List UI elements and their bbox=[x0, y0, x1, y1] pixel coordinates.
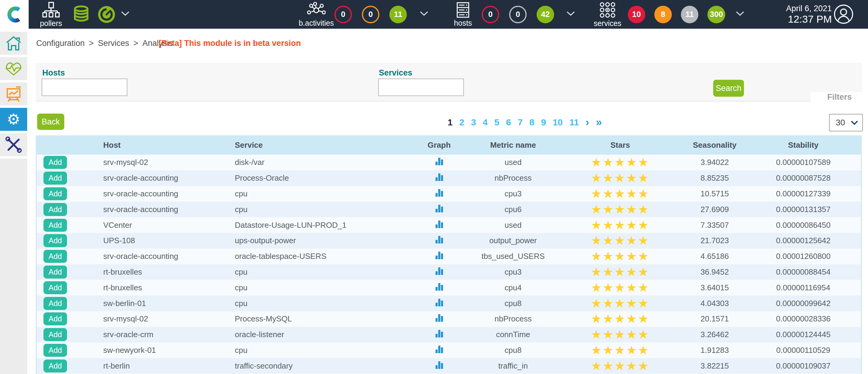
breadcrumb-item-services[interactable]: Services bbox=[98, 39, 129, 48]
centreon-logo[interactable] bbox=[0, 0, 29, 29]
metric-cell: cpu3 bbox=[469, 267, 557, 277]
hosts-group[interactable]: hosts bbox=[446, 0, 480, 29]
user-avatar-icon[interactable] bbox=[834, 4, 854, 24]
star-rating: ★★★★★ bbox=[591, 219, 650, 232]
services-filter-input[interactable] bbox=[378, 79, 464, 96]
next-page-arrow[interactable]: › bbox=[586, 118, 589, 127]
add-button[interactable]: Add bbox=[43, 219, 67, 232]
service-cell: disk-/var bbox=[230, 158, 409, 167]
graph-icon[interactable] bbox=[435, 251, 444, 262]
sidebar-item-configuration[interactable]: ⚙ bbox=[0, 108, 27, 131]
status-badge-green[interactable]: 11 bbox=[389, 6, 407, 23]
graph-icon[interactable] bbox=[435, 298, 444, 309]
seasonality-cell: 4.65186 bbox=[684, 252, 746, 261]
gear-icon: ⚙ bbox=[7, 112, 21, 127]
page-link-6[interactable]: 6 bbox=[506, 117, 511, 127]
table-row: Addsrv-oracle-accountingoracle-tablespac… bbox=[37, 249, 861, 264]
pollers-chevron-down-icon[interactable] bbox=[121, 11, 130, 16]
sidebar-item-home[interactable] bbox=[0, 32, 27, 55]
hosts-filter-input[interactable] bbox=[42, 79, 127, 96]
add-button[interactable]: Add bbox=[43, 312, 67, 325]
page-link-2[interactable]: 2 bbox=[459, 117, 464, 127]
service-cell: Datastore-Usage-LUN-PROD_1 bbox=[230, 221, 409, 230]
services-group[interactable]: services bbox=[589, 0, 626, 29]
page-link-8[interactable]: 8 bbox=[529, 117, 534, 127]
add-button[interactable]: Add bbox=[43, 250, 67, 263]
services-chevron-down-icon[interactable] bbox=[736, 11, 745, 16]
bactivities-chevron-down-icon[interactable] bbox=[420, 11, 429, 16]
status-badge-green[interactable]: 300 bbox=[707, 6, 725, 23]
sidebar-item-administration[interactable] bbox=[0, 133, 27, 156]
sidebar-item-monitoring[interactable] bbox=[0, 57, 27, 80]
latency-gauge-icon[interactable] bbox=[97, 5, 116, 25]
star-rating: ★★★★★ bbox=[591, 187, 650, 200]
page-link-1[interactable]: 1 bbox=[447, 117, 453, 127]
add-button[interactable]: Add bbox=[43, 234, 67, 247]
table-row: Addrt-bruxellescpucpu3★★★★★36.94520.0000… bbox=[37, 264, 861, 280]
page-link-7[interactable]: 7 bbox=[518, 117, 523, 127]
status-badge-red[interactable]: 10 bbox=[628, 6, 645, 23]
page-size-value: 30 bbox=[836, 118, 845, 127]
page-link-3[interactable]: 3 bbox=[471, 117, 476, 127]
graph-icon[interactable] bbox=[435, 204, 444, 215]
graph-icon[interactable] bbox=[435, 173, 444, 184]
back-button[interactable]: Back bbox=[37, 114, 64, 130]
table-row: Addsrv-mysql-02Process-MySQLnbProcess★★★… bbox=[37, 311, 861, 327]
page-link-10[interactable]: 10 bbox=[553, 117, 563, 127]
graph-icon[interactable] bbox=[435, 313, 444, 324]
graph-icon[interactable] bbox=[435, 345, 444, 356]
page-link-9[interactable]: 9 bbox=[541, 117, 546, 127]
graph-icon[interactable] bbox=[435, 188, 444, 199]
add-button[interactable]: Add bbox=[43, 344, 67, 357]
stability-cell: 0.00000109037 bbox=[746, 361, 861, 371]
hosts-chevron-down-icon[interactable] bbox=[566, 11, 575, 16]
service-cell: cpu bbox=[230, 267, 409, 277]
status-badge-orange[interactable]: 8 bbox=[654, 6, 672, 23]
pollers-group[interactable]: pollers bbox=[33, 0, 69, 29]
add-button[interactable]: Add bbox=[43, 328, 67, 341]
page-link-5[interactable]: 5 bbox=[494, 117, 499, 127]
breadcrumb-item-configuration[interactable]: Configuration bbox=[36, 39, 85, 48]
add-button[interactable]: Add bbox=[43, 359, 67, 373]
status-badge-gray[interactable]: 0 bbox=[509, 6, 527, 23]
stability-cell: 0.00000124445 bbox=[746, 330, 861, 339]
status-badge-red[interactable]: 0 bbox=[334, 6, 352, 23]
add-button[interactable]: Add bbox=[43, 265, 67, 279]
sidebar-item-reporting[interactable] bbox=[0, 83, 27, 106]
service-cell: cpu bbox=[230, 346, 409, 355]
status-badge-orange[interactable]: 0 bbox=[362, 6, 379, 23]
database-icon[interactable] bbox=[72, 5, 91, 25]
graph-icon[interactable] bbox=[435, 329, 444, 340]
bactivities-badges: 0011 bbox=[334, 0, 407, 29]
table-row: Addsrv-oracle-accountingProcess-Oraclenb… bbox=[37, 170, 861, 186]
add-button[interactable]: Add bbox=[43, 156, 67, 169]
star-rating: ★★★★★ bbox=[591, 203, 650, 216]
bactivities-group[interactable]: b.activities bbox=[295, 0, 337, 29]
page-link-4[interactable]: 4 bbox=[483, 117, 488, 127]
page-size-select[interactable]: 30 bbox=[829, 114, 863, 132]
add-button[interactable]: Add bbox=[43, 281, 67, 294]
add-button[interactable]: Add bbox=[43, 172, 67, 184]
status-badge-green[interactable]: 42 bbox=[537, 6, 554, 23]
metric-cell: traffic_in bbox=[469, 361, 557, 371]
last-page-arrow[interactable]: » bbox=[596, 118, 602, 127]
add-button[interactable]: Add bbox=[43, 203, 67, 216]
host-cell: srv-mysql-02 bbox=[97, 158, 230, 167]
add-button[interactable]: Add bbox=[43, 297, 67, 310]
search-button[interactable]: Search bbox=[713, 80, 744, 97]
graph-icon[interactable] bbox=[435, 157, 444, 168]
graph-icon[interactable] bbox=[435, 235, 444, 246]
status-badge-gray[interactable]: 11 bbox=[681, 6, 699, 23]
header-graph: Graph bbox=[409, 141, 469, 150]
add-button[interactable]: Add bbox=[43, 187, 67, 200]
status-badge-red[interactable]: 0 bbox=[482, 6, 499, 23]
graph-icon[interactable] bbox=[435, 220, 444, 231]
graph-icon[interactable] bbox=[435, 266, 444, 278]
page-link-11[interactable]: 11 bbox=[569, 117, 579, 127]
filters-toggle[interactable]: Filters bbox=[811, 92, 862, 102]
metric-cell: output_power bbox=[469, 236, 557, 245]
graph-icon[interactable] bbox=[435, 282, 444, 293]
graph-icon[interactable] bbox=[435, 361, 444, 372]
star-rating: ★★★★★ bbox=[591, 312, 650, 325]
host-cell: UPS-108 bbox=[97, 236, 230, 245]
